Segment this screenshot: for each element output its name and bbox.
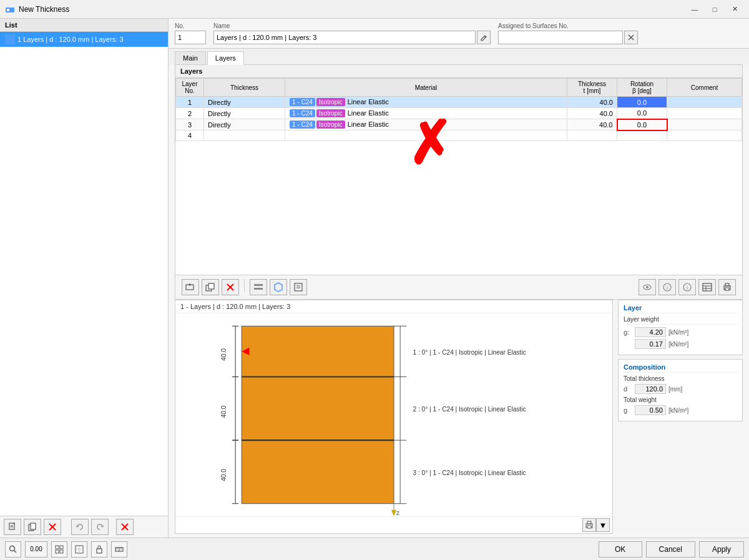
lock-button[interactable]: [91, 541, 107, 558]
material-button[interactable]: [270, 279, 287, 295]
table-cell[interactable]: [667, 130, 742, 141]
table-cell[interactable]: [204, 130, 285, 141]
apply-button[interactable]: Apply: [699, 541, 744, 558]
layers-table: LayerNo. Thickness Material Thicknesst […: [175, 78, 742, 141]
tab-main[interactable]: Main: [175, 51, 206, 64]
undo-button[interactable]: [71, 519, 89, 535]
col-thickness-header: Thickness: [204, 79, 285, 97]
table-cell[interactable]: 40.0: [567, 97, 617, 108]
copy-layer-button[interactable]: [202, 279, 219, 295]
table-cell[interactable]: [667, 97, 742, 108]
table-cell[interactable]: 4: [176, 130, 204, 141]
preview-area: 1 - Layers | d : 120.0 mm | Layers: 3 40…: [175, 300, 743, 534]
export-table-button[interactable]: [290, 279, 307, 295]
info-panel: Layer Layer weight g: 4.20 [kN/m³] 0.17 …: [618, 300, 743, 534]
table-cell[interactable]: Directly: [204, 119, 285, 130]
table-cell[interactable]: Directly: [204, 108, 285, 119]
main-layout: List 1 Layers | d : 120.0 mm | Layers: 3: [0, 19, 749, 560]
print-button[interactable]: [718, 279, 736, 295]
table-cell[interactable]: 1 - C24Isotropic Linear Elastic: [285, 97, 567, 108]
close-button[interactable]: ✕: [725, 3, 744, 16]
svg-marker-22: [275, 283, 282, 292]
surfaces-clear-button[interactable]: [624, 31, 638, 44]
svg-rect-52: [242, 377, 394, 441]
table-cell[interactable]: 2: [176, 108, 204, 119]
info1-button[interactable]: i: [658, 279, 676, 295]
tab-bar: Main Layers: [169, 49, 749, 64]
svg-rect-76: [60, 550, 63, 553]
add-layer-button[interactable]: [182, 279, 199, 295]
table-cell[interactable]: 0.0: [617, 108, 667, 119]
table-cell[interactable]: [667, 108, 742, 119]
delete-all-button[interactable]: [116, 519, 134, 535]
list-header: List: [0, 19, 168, 32]
grid-button[interactable]: [51, 541, 67, 558]
table-cell[interactable]: [285, 130, 567, 141]
table-cell[interactable]: 40.0: [567, 119, 617, 130]
name-edit-button[interactable]: [477, 31, 491, 44]
table-cell[interactable]: [667, 119, 742, 130]
search-button[interactable]: [5, 541, 21, 558]
no-input[interactable]: [175, 31, 206, 44]
table-row[interactable]: 2Directly1 - C24Isotropic Linear Elastic…: [176, 108, 742, 119]
cancel-button[interactable]: Cancel: [646, 541, 695, 558]
ruler-button[interactable]: [111, 541, 127, 558]
gi-unit: [kN/m³]: [668, 329, 688, 336]
maximize-button[interactable]: □: [705, 3, 724, 16]
svg-rect-53: [242, 440, 394, 504]
view-button[interactable]: [639, 279, 656, 295]
surfaces-input[interactable]: [498, 31, 623, 44]
value-input[interactable]: 0.00: [25, 541, 47, 558]
tab-layers[interactable]: Layers: [207, 51, 244, 65]
app-icon: [5, 4, 15, 14]
table-button[interactable]: [698, 279, 716, 295]
composition-section: Composition Total thickness d 120.0 [mm]…: [618, 359, 743, 421]
svg-point-27: [646, 286, 649, 288]
preview-print-button[interactable]: [582, 518, 596, 532]
table-cell[interactable]: 0.0: [617, 119, 667, 130]
copy-item-button[interactable]: [24, 519, 41, 535]
info2-button[interactable]: i: [678, 279, 696, 295]
table-cell[interactable]: 1 - C24Isotropic Linear Elastic: [285, 108, 567, 119]
svg-rect-80: [97, 549, 102, 553]
bottom-toolbar: i i: [175, 275, 742, 299]
layer-section: Layer Layer weight g: 4.20 [kN/m³] 0.17 …: [618, 300, 743, 355]
table-cell[interactable]: 1 - C24Isotropic Linear Elastic: [285, 119, 567, 130]
table-cell[interactable]: 3: [176, 119, 204, 130]
svg-text:40.0: 40.0: [220, 469, 227, 481]
svg-rect-1: [7, 9, 9, 11]
table-cell[interactable]: 40.0: [567, 108, 617, 119]
dialog-buttons: OK Cancel Apply: [599, 541, 744, 558]
snap-button[interactable]: [71, 541, 87, 558]
table-cell[interactable]: 1: [176, 97, 204, 108]
table-cell[interactable]: 0.0: [617, 97, 667, 108]
preview-menu-button[interactable]: ▼: [596, 518, 610, 532]
table-cell[interactable]: Directly: [204, 97, 285, 108]
table-row[interactable]: 1Directly1 - C24Isotropic Linear Elastic…: [176, 97, 742, 108]
svg-rect-74: [60, 546, 63, 549]
d-row: d 120.0 [mm]: [624, 384, 737, 394]
delete-item-button[interactable]: [44, 519, 61, 535]
name-group: Name: [213, 22, 491, 44]
total-thickness-title: Total thickness: [624, 375, 737, 382]
ok-button[interactable]: OK: [599, 541, 642, 558]
svg-rect-21: [254, 288, 263, 290]
preview-panel: 1 - Layers | d : 120.0 mm | Layers: 3 40…: [175, 300, 613, 534]
minimize-button[interactable]: —: [685, 3, 704, 16]
redo-button[interactable]: [91, 519, 109, 535]
svg-rect-73: [56, 546, 59, 549]
svg-rect-70: [587, 526, 591, 528]
name-input[interactable]: [213, 31, 476, 44]
insert-layer-button[interactable]: [250, 279, 267, 295]
delete-layer-button[interactable]: [222, 279, 239, 295]
status-bar: 0.00 OK Cancel Apply: [0, 538, 749, 560]
table-cell[interactable]: [567, 130, 617, 141]
table-row[interactable]: 3Directly1 - C24Isotropic Linear Elastic…: [176, 119, 742, 130]
preview-title: 1 - Layers | d : 120.0 mm | Layers: 3: [175, 300, 612, 313]
new-item-button[interactable]: [4, 519, 21, 535]
svg-rect-69: [587, 521, 591, 524]
table-cell[interactable]: [617, 130, 667, 141]
layer-title: Layer: [624, 304, 737, 313]
table-row[interactable]: 4: [176, 130, 742, 141]
list-item[interactable]: 1 Layers | d : 120.0 mm | Layers: 3: [0, 32, 168, 47]
